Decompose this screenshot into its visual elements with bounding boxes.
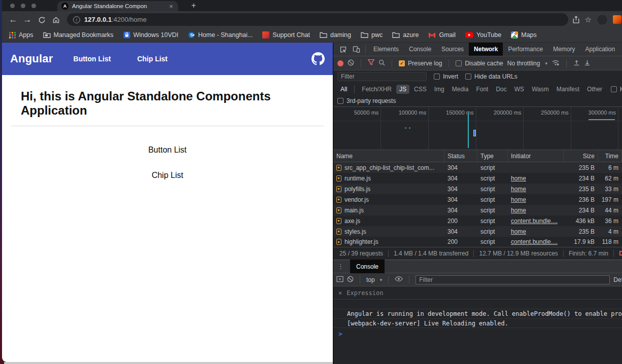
filter-toggle-icon[interactable] [368, 59, 374, 67]
column-header-initiator[interactable]: Initiator [508, 150, 564, 162]
request-initiator[interactable]: home [508, 205, 564, 215]
tab-application[interactable]: Application [580, 43, 620, 56]
bookmark-folder-daming[interactable]: daming [320, 31, 351, 39]
request-initiator[interactable]: home [508, 226, 564, 237]
column-header-type[interactable]: Type [477, 150, 508, 162]
back-button[interactable]: ← [6, 15, 20, 25]
network-overview-timeline[interactable]: 50000 ms 100000 ms 150000 ms 200000 ms 2… [333, 107, 622, 150]
tab-memory[interactable]: Memory [548, 43, 580, 56]
filter-js[interactable]: JS [396, 85, 409, 94]
clear-console-icon[interactable] [347, 276, 354, 284]
has-blocked-cookies-checkbox[interactable]: Has blocked c [611, 86, 622, 93]
nav-chip-list[interactable]: Chip List [137, 55, 167, 63]
link-chip-list[interactable]: Chip List [2, 171, 333, 180]
network-request-row[interactable]: main.js 304 script home 234 B 44 m [333, 205, 622, 215]
network-request-row[interactable]: runtime.js 304 script home 234 B 62 m [333, 173, 622, 184]
default-levels-dropdown[interactable]: Def [613, 276, 622, 283]
hide-data-urls-checkbox[interactable]: Hide data URLs [465, 73, 517, 80]
bookmark-home-shanghai[interactable]: S Home - Shanghai... [188, 31, 253, 39]
request-initiator[interactable]: content.bundle.... [508, 237, 564, 247]
clear-network-log-icon[interactable] [348, 59, 354, 67]
inspect-element-icon[interactable] [336, 43, 350, 56]
minimize-window-button[interactable] [21, 4, 25, 8]
bookmark-folder-pwc[interactable]: pwc [361, 31, 383, 39]
bookmark-apps[interactable]: Apps [9, 31, 33, 39]
tab-console[interactable]: Console [404, 43, 436, 56]
third-party-requests-checkbox[interactable]: 3rd-party requests [337, 97, 396, 104]
search-icon[interactable] [378, 59, 385, 67]
record-network-log-button[interactable] [337, 60, 343, 66]
window-controls[interactable] [2, 0, 45, 11]
export-har-icon[interactable] [584, 59, 591, 67]
throttling-dropdown[interactable]: No throttling ▾ [507, 60, 547, 67]
preserve-log-checkbox[interactable]: ✓ Preserve log [399, 60, 442, 67]
invert-checkbox[interactable]: Invert [434, 73, 458, 80]
browser-tab[interactable]: A Angular Standalone Compon × [57, 1, 178, 11]
forward-button[interactable]: → [20, 15, 34, 25]
drawer-menu-icon[interactable]: ⋮ [333, 263, 348, 270]
network-conditions-icon[interactable] [551, 59, 560, 67]
address-bar[interactable]: i 127.0.0.1:4200/home [67, 13, 568, 26]
url-text[interactable]: 127.0.0.1:4200/home [84, 16, 147, 23]
tab-network[interactable]: Network [469, 43, 503, 56]
request-initiator[interactable]: home [508, 194, 564, 205]
filter-wasm[interactable]: Wasm [529, 85, 552, 94]
nav-button-list[interactable]: Button List [74, 55, 111, 63]
filter-fetch-xhr[interactable]: Fetch/XHR [359, 85, 395, 94]
console-filter-input[interactable] [416, 275, 610, 284]
tab-elements[interactable]: Elements [368, 43, 404, 56]
extension-icon[interactable] [613, 15, 621, 24]
import-har-icon[interactable] [573, 59, 580, 67]
console-sidebar-toggle-icon[interactable] [336, 276, 343, 284]
tab-sources[interactable]: Sources [436, 43, 469, 56]
filter-doc[interactable]: Doc [493, 85, 509, 94]
request-initiator[interactable]: home [508, 173, 564, 184]
filter-other[interactable]: Other [584, 85, 605, 94]
console-context-dropdown[interactable]: top ▾ [366, 276, 382, 283]
link-button-list[interactable]: Button List [2, 145, 333, 155]
network-request-row[interactable]: polyfills.js 304 script home 235 B 33 m [333, 184, 622, 194]
bookmark-managed-bookmarks[interactable]: Managed Bookmarks [43, 31, 114, 39]
request-initiator[interactable]: home [508, 184, 564, 194]
live-expression-row[interactable]: × Expression [333, 286, 622, 300]
new-tab-button[interactable]: + [191, 1, 196, 11]
filter-ws[interactable]: WS [511, 85, 527, 94]
bookmark-gmail[interactable]: Gmail [428, 31, 456, 39]
bookmark-support-chat[interactable]: Support Chat [262, 31, 310, 39]
filter-img[interactable]: Img [431, 85, 447, 94]
drawer-tab-console[interactable]: Console [350, 260, 385, 273]
disable-cache-checkbox[interactable]: Disable cache [456, 60, 503, 67]
bookmark-youtube[interactable]: YouTube [465, 31, 501, 39]
column-header-size[interactable]: Size [564, 150, 598, 162]
column-header-name[interactable]: Name [333, 150, 444, 162]
app-brand[interactable]: Angular [10, 52, 53, 65]
github-link[interactable] [312, 52, 325, 65]
tab-performance[interactable]: Performance [503, 43, 548, 56]
close-tab-icon[interactable]: × [168, 3, 174, 10]
profile-avatar[interactable] [597, 14, 608, 25]
filter-font[interactable]: Font [473, 85, 491, 94]
zoom-window-button[interactable] [31, 4, 36, 8]
live-expression-eye-icon[interactable] [395, 276, 403, 283]
column-header-time[interactable]: Time [598, 150, 622, 162]
network-filter-input[interactable] [337, 72, 427, 81]
network-request-row[interactable]: styles.js 304 script home 235 B 4 m [333, 226, 622, 237]
network-request-row[interactable]: src_app_chip-list_chip-list_com... 304 s… [333, 162, 622, 173]
network-request-row[interactable]: vendor.js 304 script home 236 B 197 m [333, 194, 622, 205]
share-icon[interactable] [572, 15, 580, 24]
network-request-row[interactable]: highlighter.js 200 script content.bundle… [333, 237, 622, 247]
request-initiator[interactable]: content.bundle.... [508, 215, 564, 226]
network-request-row[interactable]: axe.js 200 script content.bundle.... 436… [333, 215, 622, 226]
bookmark-star-icon[interactable]: ☆ [585, 15, 592, 24]
bookmark-windows-10vdi[interactable]: Windows 10VDI [123, 31, 179, 39]
console-prompt[interactable]: > [333, 328, 622, 339]
filter-manifest[interactable]: Manifest [554, 85, 582, 94]
bookmark-folder-azure[interactable]: azure [392, 31, 419, 39]
column-header-status[interactable]: Status [444, 150, 477, 162]
filter-css[interactable]: CSS [411, 85, 430, 94]
bookmark-maps[interactable]: Maps [511, 31, 537, 39]
filter-media[interactable]: Media [449, 85, 472, 94]
device-toolbar-icon[interactable] [350, 43, 363, 56]
reload-button[interactable] [34, 15, 49, 25]
close-icon[interactable]: × [338, 289, 342, 297]
